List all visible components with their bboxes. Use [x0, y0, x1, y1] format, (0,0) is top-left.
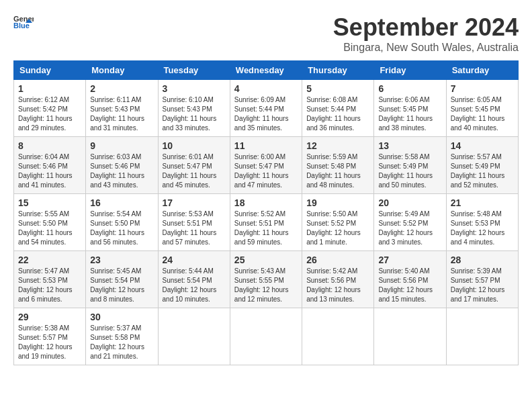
day-info: Sunrise: 5:42 AMSunset: 5:56 PMDaylight:… [306, 267, 361, 303]
day-info: Sunrise: 5:48 AMSunset: 5:53 PMDaylight:… [451, 210, 505, 246]
day-number: 6 [378, 83, 441, 94]
calendar-week-row: 22 Sunrise: 5:47 AMSunset: 5:53 PMDaylig… [14, 251, 519, 308]
day-number: 24 [163, 255, 226, 265]
calendar-day-cell: 15 Sunrise: 5:55 AMSunset: 5:50 PMDaylig… [14, 194, 86, 251]
day-number: 27 [378, 255, 441, 265]
calendar-day-cell: 7 Sunrise: 6:05 AMSunset: 5:45 PMDayligh… [446, 80, 518, 137]
day-info: Sunrise: 5:52 AMSunset: 5:51 PMDaylight:… [234, 210, 289, 246]
month-title: September 2024 [333, 13, 519, 42]
calendar-day-cell: 27 Sunrise: 5:40 AMSunset: 5:56 PMDaylig… [374, 251, 446, 308]
day-number: 1 [18, 83, 81, 94]
day-number: 30 [90, 312, 153, 322]
day-number: 23 [90, 255, 153, 265]
calendar-week-row: 29 Sunrise: 5:38 AMSunset: 5:57 PMDaylig… [14, 308, 519, 365]
day-info: Sunrise: 6:03 AMSunset: 5:46 PMDaylight:… [90, 153, 144, 189]
day-number: 15 [18, 197, 81, 208]
calendar-day-cell: 28 Sunrise: 5:39 AMSunset: 5:57 PMDaylig… [446, 251, 518, 308]
day-number: 16 [90, 197, 153, 208]
calendar-day-cell: 26 Sunrise: 5:42 AMSunset: 5:56 PMDaylig… [302, 251, 374, 308]
day-info: Sunrise: 5:55 AMSunset: 5:50 PMDaylight:… [18, 210, 73, 246]
weekday-header-sunday: Sunday [14, 61, 86, 80]
calendar-day-cell: 25 Sunrise: 5:43 AMSunset: 5:55 PMDaylig… [230, 251, 302, 308]
day-info: Sunrise: 6:04 AMSunset: 5:46 PMDaylight:… [18, 153, 73, 189]
calendar-day-cell: 18 Sunrise: 5:52 AMSunset: 5:51 PMDaylig… [230, 194, 302, 251]
day-info: Sunrise: 5:49 AMSunset: 5:52 PMDaylight:… [378, 210, 433, 246]
day-number: 17 [163, 197, 226, 208]
calendar-day-cell: 6 Sunrise: 6:06 AMSunset: 5:45 PMDayligh… [374, 80, 446, 137]
day-info: Sunrise: 6:12 AMSunset: 5:42 PMDaylight:… [18, 96, 73, 132]
day-number: 25 [234, 255, 298, 265]
day-number: 4 [234, 83, 298, 94]
day-info: Sunrise: 6:10 AMSunset: 5:43 PMDaylight:… [163, 96, 217, 132]
weekday-header-saturday: Saturday [446, 61, 518, 80]
weekday-header-thursday: Thursday [302, 61, 374, 80]
calendar-day-cell: 5 Sunrise: 6:08 AMSunset: 5:44 PMDayligh… [302, 80, 374, 137]
location-title: Bingara, New South Wales, Australia [333, 42, 519, 54]
calendar-week-row: 1 Sunrise: 6:12 AMSunset: 5:42 PMDayligh… [14, 80, 519, 137]
calendar-table: SundayMondayTuesdayWednesdayThursdayFrid… [13, 60, 519, 365]
calendar-day-cell: 23 Sunrise: 5:45 AMSunset: 5:54 PMDaylig… [86, 251, 158, 308]
day-info: Sunrise: 6:11 AMSunset: 5:43 PMDaylight:… [90, 96, 144, 132]
logo: General Blue [13, 13, 34, 30]
day-number: 14 [451, 140, 514, 151]
calendar-day-cell: 4 Sunrise: 6:09 AMSunset: 5:44 PMDayligh… [230, 80, 302, 137]
day-info: Sunrise: 5:54 AMSunset: 5:50 PMDaylight:… [90, 210, 144, 246]
day-info: Sunrise: 6:00 AMSunset: 5:47 PMDaylight:… [234, 153, 289, 189]
calendar-day-cell: 10 Sunrise: 6:01 AMSunset: 5:47 PMDaylig… [158, 137, 230, 194]
day-number: 22 [18, 255, 81, 265]
calendar-week-row: 8 Sunrise: 6:04 AMSunset: 5:46 PMDayligh… [14, 137, 519, 194]
calendar-day-cell: 22 Sunrise: 5:47 AMSunset: 5:53 PMDaylig… [14, 251, 86, 308]
day-info: Sunrise: 5:45 AMSunset: 5:54 PMDaylight:… [90, 267, 144, 303]
calendar-day-cell [374, 308, 446, 365]
calendar-day-cell: 14 Sunrise: 5:57 AMSunset: 5:49 PMDaylig… [446, 137, 518, 194]
day-number: 5 [306, 83, 369, 94]
calendar-day-cell: 13 Sunrise: 5:58 AMSunset: 5:49 PMDaylig… [374, 137, 446, 194]
calendar-day-cell: 24 Sunrise: 5:44 AMSunset: 5:54 PMDaylig… [158, 251, 230, 308]
weekday-header-friday: Friday [374, 61, 446, 80]
calendar-day-cell: 3 Sunrise: 6:10 AMSunset: 5:43 PMDayligh… [158, 80, 230, 137]
day-number: 2 [90, 83, 153, 94]
weekday-header-wednesday: Wednesday [230, 61, 302, 80]
calendar-day-cell: 12 Sunrise: 5:59 AMSunset: 5:48 PMDaylig… [302, 137, 374, 194]
logo-icon: General Blue [13, 13, 34, 30]
calendar-day-cell: 1 Sunrise: 6:12 AMSunset: 5:42 PMDayligh… [14, 80, 86, 137]
calendar-day-cell: 30 Sunrise: 5:37 AMSunset: 5:58 PMDaylig… [86, 308, 158, 365]
day-info: Sunrise: 5:59 AMSunset: 5:48 PMDaylight:… [306, 153, 361, 189]
weekday-header-tuesday: Tuesday [158, 61, 230, 80]
calendar-day-cell: 20 Sunrise: 5:49 AMSunset: 5:52 PMDaylig… [374, 194, 446, 251]
day-info: Sunrise: 5:37 AMSunset: 5:58 PMDaylight:… [90, 324, 144, 360]
weekday-header-monday: Monday [86, 61, 158, 80]
day-number: 12 [306, 140, 369, 151]
calendar-week-row: 15 Sunrise: 5:55 AMSunset: 5:50 PMDaylig… [14, 194, 519, 251]
header: General Blue September 2024 Bingara, New… [13, 13, 519, 54]
calendar-day-cell: 21 Sunrise: 5:48 AMSunset: 5:53 PMDaylig… [446, 194, 518, 251]
day-info: Sunrise: 6:08 AMSunset: 5:44 PMDaylight:… [306, 96, 361, 132]
calendar-day-cell: 8 Sunrise: 6:04 AMSunset: 5:46 PMDayligh… [14, 137, 86, 194]
day-info: Sunrise: 6:06 AMSunset: 5:45 PMDaylight:… [378, 96, 433, 132]
calendar-day-cell [158, 308, 230, 365]
day-number: 3 [163, 83, 226, 94]
day-info: Sunrise: 5:38 AMSunset: 5:57 PMDaylight:… [18, 324, 73, 360]
day-number: 19 [306, 197, 369, 208]
weekday-header-row: SundayMondayTuesdayWednesdayThursdayFrid… [14, 61, 519, 80]
calendar-day-cell: 16 Sunrise: 5:54 AMSunset: 5:50 PMDaylig… [86, 194, 158, 251]
title-area: September 2024 Bingara, New South Wales,… [333, 13, 519, 54]
day-info: Sunrise: 5:53 AMSunset: 5:51 PMDaylight:… [163, 210, 217, 246]
day-number: 11 [234, 140, 298, 151]
day-number: 10 [163, 140, 226, 151]
day-info: Sunrise: 5:50 AMSunset: 5:52 PMDaylight:… [306, 210, 361, 246]
day-info: Sunrise: 5:43 AMSunset: 5:55 PMDaylight:… [234, 267, 289, 303]
day-number: 8 [18, 140, 81, 151]
day-number: 21 [451, 197, 514, 208]
day-info: Sunrise: 5:40 AMSunset: 5:56 PMDaylight:… [378, 267, 433, 303]
day-info: Sunrise: 5:57 AMSunset: 5:49 PMDaylight:… [451, 153, 505, 189]
day-number: 26 [306, 255, 369, 265]
day-info: Sunrise: 5:47 AMSunset: 5:53 PMDaylight:… [18, 267, 73, 303]
day-number: 20 [378, 197, 441, 208]
calendar-day-cell: 17 Sunrise: 5:53 AMSunset: 5:51 PMDaylig… [158, 194, 230, 251]
calendar-day-cell [446, 308, 518, 365]
day-info: Sunrise: 6:05 AMSunset: 5:45 PMDaylight:… [451, 96, 505, 132]
day-info: Sunrise: 6:01 AMSunset: 5:47 PMDaylight:… [163, 153, 217, 189]
day-info: Sunrise: 5:44 AMSunset: 5:54 PMDaylight:… [163, 267, 217, 303]
day-number: 13 [378, 140, 441, 151]
